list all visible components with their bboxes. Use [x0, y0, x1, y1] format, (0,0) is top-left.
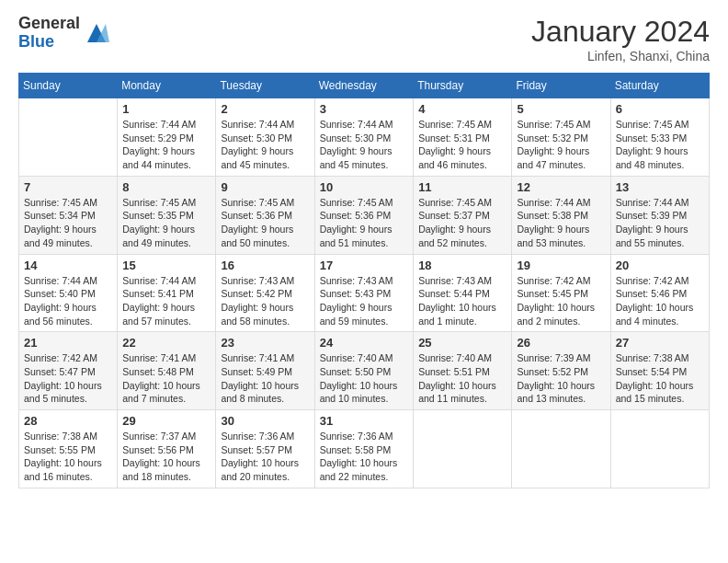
day-number: 9 — [221, 180, 309, 194]
calendar-cell: 19Sunrise: 7:42 AM Sunset: 5:45 PM Dayli… — [512, 254, 610, 332]
day-number: 4 — [418, 102, 506, 116]
calendar-cell: 29Sunrise: 7:37 AM Sunset: 5:56 PM Dayli… — [118, 410, 216, 488]
weekday-header: Tuesday — [216, 74, 314, 98]
day-number: 29 — [122, 414, 210, 428]
day-number: 18 — [418, 259, 506, 272]
day-number: 15 — [122, 259, 210, 272]
day-number: 27 — [616, 336, 704, 350]
calendar-cell: 6Sunrise: 7:45 AM Sunset: 5:33 PM Daylig… — [610, 98, 709, 177]
day-number: 6 — [616, 102, 704, 116]
calendar-cell — [19, 98, 118, 177]
day-number: 16 — [221, 259, 309, 272]
calendar-cell: 1Sunrise: 7:44 AM Sunset: 5:29 PM Daylig… — [118, 98, 216, 177]
calendar-week-row: 28Sunrise: 7:38 AM Sunset: 5:55 PM Dayli… — [19, 410, 710, 488]
calendar-cell: 21Sunrise: 7:42 AM Sunset: 5:47 PM Dayli… — [19, 332, 118, 410]
month-title: January 2024 — [531, 15, 710, 49]
day-number: 11 — [418, 180, 506, 194]
calendar-cell: 10Sunrise: 7:45 AM Sunset: 5:36 PM Dayli… — [314, 176, 413, 254]
calendar-week-row: 21Sunrise: 7:42 AM Sunset: 5:47 PM Dayli… — [19, 332, 710, 410]
calendar-cell: 2Sunrise: 7:44 AM Sunset: 5:30 PM Daylig… — [216, 98, 314, 177]
calendar-cell: 31Sunrise: 7:36 AM Sunset: 5:58 PM Dayli… — [314, 410, 413, 488]
calendar-cell: 17Sunrise: 7:43 AM Sunset: 5:43 PM Dayli… — [314, 254, 413, 332]
day-info: Sunrise: 7:44 AM Sunset: 5:30 PM Dayligh… — [221, 118, 309, 172]
day-number: 26 — [517, 336, 605, 350]
calendar-cell: 7Sunrise: 7:45 AM Sunset: 5:34 PM Daylig… — [19, 176, 118, 254]
day-number: 19 — [517, 259, 605, 272]
weekday-header: Friday — [512, 74, 610, 98]
calendar-cell: 12Sunrise: 7:44 AM Sunset: 5:38 PM Dayli… — [512, 176, 610, 254]
weekday-header: Thursday — [414, 74, 512, 98]
day-info: Sunrise: 7:45 AM Sunset: 5:36 PM Dayligh… — [221, 196, 309, 250]
calendar-cell: 24Sunrise: 7:40 AM Sunset: 5:50 PM Dayli… — [314, 332, 413, 410]
day-info: Sunrise: 7:36 AM Sunset: 5:57 PM Dayligh… — [221, 430, 309, 484]
day-number: 17 — [320, 259, 408, 272]
day-number: 5 — [517, 102, 605, 116]
day-number: 21 — [24, 336, 112, 350]
day-info: Sunrise: 7:36 AM Sunset: 5:58 PM Dayligh… — [320, 430, 408, 484]
calendar-cell: 22Sunrise: 7:41 AM Sunset: 5:48 PM Dayli… — [118, 332, 216, 410]
calendar-week-row: 14Sunrise: 7:44 AM Sunset: 5:40 PM Dayli… — [19, 254, 710, 332]
day-info: Sunrise: 7:40 AM Sunset: 5:51 PM Dayligh… — [418, 351, 506, 406]
day-info: Sunrise: 7:45 AM Sunset: 5:32 PM Dayligh… — [517, 118, 605, 172]
day-info: Sunrise: 7:44 AM Sunset: 5:41 PM Dayligh… — [122, 274, 210, 328]
calendar-cell: 15Sunrise: 7:44 AM Sunset: 5:41 PM Dayli… — [118, 254, 216, 332]
day-number: 8 — [122, 180, 210, 194]
calendar-cell — [610, 410, 709, 488]
day-info: Sunrise: 7:41 AM Sunset: 5:48 PM Dayligh… — [122, 351, 210, 406]
day-info: Sunrise: 7:43 AM Sunset: 5:43 PM Dayligh… — [320, 274, 408, 328]
logo-blue: Blue — [18, 33, 80, 52]
day-info: Sunrise: 7:37 AM Sunset: 5:56 PM Dayligh… — [122, 430, 210, 484]
calendar-cell: 3Sunrise: 7:44 AM Sunset: 5:30 PM Daylig… — [314, 98, 413, 177]
calendar-cell: 26Sunrise: 7:39 AM Sunset: 5:52 PM Dayli… — [512, 332, 610, 410]
day-number: 24 — [320, 336, 408, 350]
calendar-cell: 30Sunrise: 7:36 AM Sunset: 5:57 PM Dayli… — [216, 410, 314, 488]
calendar-cell: 20Sunrise: 7:42 AM Sunset: 5:46 PM Dayli… — [610, 254, 709, 332]
day-number: 13 — [616, 180, 704, 194]
calendar-cell: 8Sunrise: 7:45 AM Sunset: 5:35 PM Daylig… — [118, 176, 216, 254]
day-number: 25 — [418, 336, 506, 350]
day-number: 12 — [517, 180, 605, 194]
weekday-header: Saturday — [610, 74, 709, 98]
day-number: 28 — [24, 414, 112, 428]
day-number: 1 — [122, 102, 210, 116]
calendar-table: SundayMondayTuesdayWednesdayThursdayFrid… — [18, 73, 710, 488]
title-area: January 2024 Linfen, Shanxi, China — [531, 15, 710, 63]
day-number: 22 — [122, 336, 210, 350]
calendar-cell: 5Sunrise: 7:45 AM Sunset: 5:32 PM Daylig… — [512, 98, 610, 177]
logo-general: General — [18, 15, 80, 33]
calendar-cell — [414, 410, 512, 488]
day-info: Sunrise: 7:42 AM Sunset: 5:47 PM Dayligh… — [24, 351, 112, 406]
day-info: Sunrise: 7:42 AM Sunset: 5:45 PM Dayligh… — [517, 274, 605, 328]
calendar-cell: 23Sunrise: 7:41 AM Sunset: 5:49 PM Dayli… — [216, 332, 314, 410]
day-info: Sunrise: 7:44 AM Sunset: 5:38 PM Dayligh… — [517, 196, 605, 250]
calendar-cell: 27Sunrise: 7:38 AM Sunset: 5:54 PM Dayli… — [610, 332, 709, 410]
day-info: Sunrise: 7:40 AM Sunset: 5:50 PM Dayligh… — [320, 351, 408, 406]
day-info: Sunrise: 7:45 AM Sunset: 5:34 PM Dayligh… — [24, 196, 112, 250]
calendar-cell: 18Sunrise: 7:43 AM Sunset: 5:44 PM Dayli… — [414, 254, 512, 332]
calendar-cell: 4Sunrise: 7:45 AM Sunset: 5:31 PM Daylig… — [414, 98, 512, 177]
day-info: Sunrise: 7:45 AM Sunset: 5:37 PM Dayligh… — [418, 196, 506, 250]
day-info: Sunrise: 7:38 AM Sunset: 5:55 PM Dayligh… — [24, 430, 112, 484]
weekday-header: Wednesday — [314, 74, 413, 98]
calendar-cell: 28Sunrise: 7:38 AM Sunset: 5:55 PM Dayli… — [19, 410, 118, 488]
day-number: 23 — [221, 336, 309, 350]
calendar-week-row: 1Sunrise: 7:44 AM Sunset: 5:29 PM Daylig… — [19, 98, 710, 177]
logo-icon — [84, 20, 109, 46]
day-info: Sunrise: 7:45 AM Sunset: 5:35 PM Dayligh… — [122, 196, 210, 250]
day-number: 31 — [320, 414, 408, 428]
day-info: Sunrise: 7:44 AM Sunset: 5:30 PM Dayligh… — [320, 118, 408, 172]
day-info: Sunrise: 7:43 AM Sunset: 5:44 PM Dayligh… — [418, 274, 506, 328]
day-info: Sunrise: 7:45 AM Sunset: 5:36 PM Dayligh… — [320, 196, 408, 250]
day-number: 3 — [320, 102, 408, 116]
calendar-cell: 16Sunrise: 7:43 AM Sunset: 5:42 PM Dayli… — [216, 254, 314, 332]
day-number: 10 — [320, 180, 408, 194]
day-number: 14 — [24, 259, 112, 272]
day-info: Sunrise: 7:38 AM Sunset: 5:54 PM Dayligh… — [616, 351, 704, 406]
day-number: 2 — [221, 102, 309, 116]
calendar-cell: 14Sunrise: 7:44 AM Sunset: 5:40 PM Dayli… — [19, 254, 118, 332]
calendar-cell: 9Sunrise: 7:45 AM Sunset: 5:36 PM Daylig… — [216, 176, 314, 254]
day-info: Sunrise: 7:44 AM Sunset: 5:39 PM Dayligh… — [616, 196, 704, 250]
calendar-cell — [512, 410, 610, 488]
location: Linfen, Shanxi, China — [531, 49, 710, 63]
day-info: Sunrise: 7:45 AM Sunset: 5:33 PM Dayligh… — [616, 118, 704, 172]
